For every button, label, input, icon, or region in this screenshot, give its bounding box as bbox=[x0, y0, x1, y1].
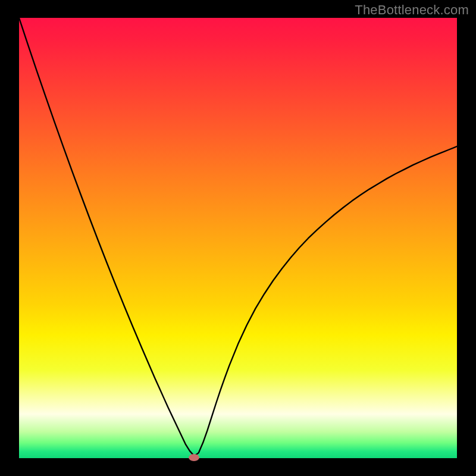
chart-frame: TheBottleneck.com bbox=[0, 0, 476, 476]
optimal-point-marker bbox=[189, 454, 199, 461]
plot-background bbox=[19, 18, 457, 458]
bottleneck-curve-chart bbox=[19, 18, 457, 458]
watermark-text: TheBottleneck.com bbox=[355, 2, 469, 18]
